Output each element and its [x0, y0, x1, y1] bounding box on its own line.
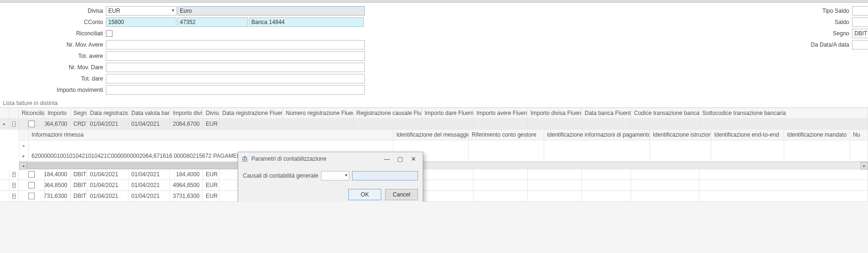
table-row[interactable]: − 2064,6700 CRDT 01/04/2021 01/04/2021 2… — [0, 119, 868, 130]
date-from-field[interactable] — [852, 40, 868, 49]
segno-field[interactable]: DBIT — [852, 29, 868, 38]
filter-icon[interactable] — [19, 140, 29, 151]
col-sub-cod[interactable]: Sottocodice transazione bancaria — [699, 108, 868, 118]
main-grid: Riconciliati Importo Segno Data registra… — [0, 107, 868, 202]
cancel-button[interactable]: Cancel — [385, 189, 418, 200]
col-expander — [0, 108, 9, 118]
label-nrmov-dare: Nr. Mov. Dare — [0, 64, 106, 71]
label-nrmov-avere: Nr. Mov. Avere — [0, 41, 106, 48]
col-data-val[interactable]: Data valuta banca — [129, 108, 170, 118]
row-expander[interactable]: + — [9, 180, 19, 190]
cell-riconciliati[interactable] — [19, 119, 45, 129]
label-causali: Causali di contabilità generale — [243, 172, 318, 179]
causali-text[interactable] — [352, 171, 418, 180]
sub-row[interactable]: 620000001001010421010421C0000000002064,6… — [19, 151, 868, 162]
sub-scrollbar[interactable]: ◂ ▸ — [19, 162, 868, 169]
scroll-left-icon[interactable]: ◂ — [19, 162, 27, 170]
label-tot-dare: Tot. dare — [0, 75, 106, 82]
grid-header: Riconciliati Importo Segno Data registra… — [0, 108, 868, 119]
col-riconciliati[interactable]: Riconciliati — [19, 108, 45, 118]
col-f-data-reg[interactable]: Data registrazione Fluentis — [219, 108, 283, 118]
sub-col-rifconto[interactable]: Riferimento conto gestore — [469, 130, 544, 140]
cell-importo-div: 2064,6700 — [170, 119, 203, 129]
cell-importo: 2064,6700 — [45, 119, 71, 129]
sub-col-info[interactable]: Informazioni rimessa — [29, 130, 394, 140]
table-row[interactable]: + 4964,8500 DBIT 01/04/2021 01/04/2021 4… — [0, 180, 868, 191]
row-expander[interactable]: + — [9, 169, 19, 180]
nrmov-avere-field[interactable] — [106, 40, 365, 49]
label-divisa: Divisa — [0, 8, 106, 14]
bank-icon — [241, 155, 249, 163]
sub-grid-header: Informazioni rimessa Identificazione del… — [19, 130, 868, 140]
dialog-title: Parametri di contabilizzazione — [251, 155, 326, 162]
label-tipo-saldo: Tipo Saldo — [377, 8, 852, 14]
label-date-range: Da Data/A data — [377, 41, 852, 48]
list-title: Lista fatture in distinta — [0, 99, 868, 107]
ok-button[interactable]: OK — [348, 189, 381, 200]
causali-combo[interactable] — [321, 171, 349, 180]
tipo-saldo-field[interactable] — [852, 6, 868, 16]
col-cod-trans[interactable]: Codice transazione bancaria — [631, 108, 699, 118]
sub-col-idinfopag[interactable]: Identificazione informazioni di pagament… — [544, 130, 650, 140]
col-f-data-banca[interactable]: Data banca Fluentis — [582, 108, 631, 118]
col-f-causale[interactable]: Registrazione causale Fluentis — [354, 108, 422, 118]
divisa-combo[interactable]: EUR — [106, 6, 177, 16]
col-data-reg[interactable]: Data registrazione — [87, 108, 129, 118]
label-riconciliati: Riconciliati — [0, 30, 106, 37]
riconciliati-checkbox[interactable] — [106, 30, 113, 37]
dialog-parametri: Parametri di contabilizzazione — ▢ ✕ Cau… — [238, 152, 423, 202]
col-f-imp-div[interactable]: Importo divisa Fluentis — [528, 108, 582, 118]
cconto-field-1[interactable]: 15800 — [106, 17, 177, 27]
row-expander[interactable]: − — [9, 119, 19, 129]
col-f-num-reg[interactable]: Numero registrazione Fluentis — [283, 108, 354, 118]
divisa-name: Euro — [177, 6, 365, 16]
cell-data-val: 01/04/2021 — [129, 119, 170, 129]
label-tot-avere: Tot. avere — [0, 53, 106, 59]
form-area: Divisa EUR Euro CConto 15800 47352 Banca… — [0, 3, 868, 99]
row-marker — [0, 119, 9, 129]
close-button[interactable]: ✕ — [407, 154, 420, 164]
cell-riconciliati[interactable] — [19, 191, 45, 201]
saldo-field[interactable]: 292.803,31 — [852, 17, 868, 27]
label-saldo: Saldo — [377, 19, 852, 25]
col-f-imp-dare[interactable]: Importo dare Fluentis — [422, 108, 474, 118]
cell-data-reg: 01/04/2021 — [87, 119, 129, 129]
cell-riconciliati[interactable] — [19, 169, 45, 180]
sub-col-idmandato[interactable]: Identificazione mandato — [784, 130, 850, 140]
col-checkbox — [9, 108, 19, 118]
importo-mov-field[interactable] — [106, 85, 365, 95]
cconto-field-3[interactable]: Banca 14844 — [249, 17, 364, 27]
label-segno: Segno — [377, 30, 852, 37]
sub-row-marker — [19, 151, 29, 161]
cell-riconciliati[interactable] — [19, 180, 45, 190]
tot-dare-field[interactable] — [106, 74, 365, 83]
sub-grid: Informazioni rimessa Identificazione del… — [19, 130, 868, 169]
col-segno[interactable]: Segno — [71, 108, 87, 118]
table-row[interactable]: + 184,4000 DBIT 01/04/2021 01/04/2021 18… — [0, 169, 868, 180]
nrmov-dare-field[interactable] — [106, 63, 365, 72]
col-divisa[interactable]: Divisa — [203, 108, 219, 118]
cell-divisa: EUR — [203, 119, 219, 129]
label-cconto: CConto — [0, 19, 106, 25]
cconto-field-2[interactable]: 47352 — [177, 17, 248, 27]
tot-avere-field[interactable] — [106, 51, 365, 61]
scroll-right-icon[interactable]: ▸ — [860, 162, 868, 170]
sub-col-nu[interactable]: Nu — [850, 130, 868, 140]
col-importo-div[interactable]: Importo divisa — [170, 108, 203, 118]
sub-col-idmsg[interactable]: Identificazione del messaggio — [394, 130, 469, 140]
minimize-button[interactable]: — — [380, 154, 394, 164]
maximize-button[interactable]: ▢ — [394, 154, 407, 164]
cell-segno: CRDT — [71, 119, 87, 129]
sub-col-idistr[interactable]: Identificazione istruzioni — [650, 130, 711, 140]
sub-grid-filter — [19, 140, 868, 151]
sub-col-ide2e[interactable]: Identificazione end-to-end — [711, 130, 784, 140]
col-f-imp-avere[interactable]: Importo avere Fluentis — [474, 108, 528, 118]
label-importo-mov: Importo movimenti — [0, 87, 106, 93]
row-expander[interactable]: + — [9, 191, 19, 201]
col-importo[interactable]: Importo — [45, 108, 71, 118]
dialog-titlebar[interactable]: Parametri di contabilizzazione — ▢ ✕ — [238, 152, 423, 165]
table-row[interactable]: + 3731,6300 DBIT 01/04/2021 01/04/2021 3… — [0, 191, 868, 202]
